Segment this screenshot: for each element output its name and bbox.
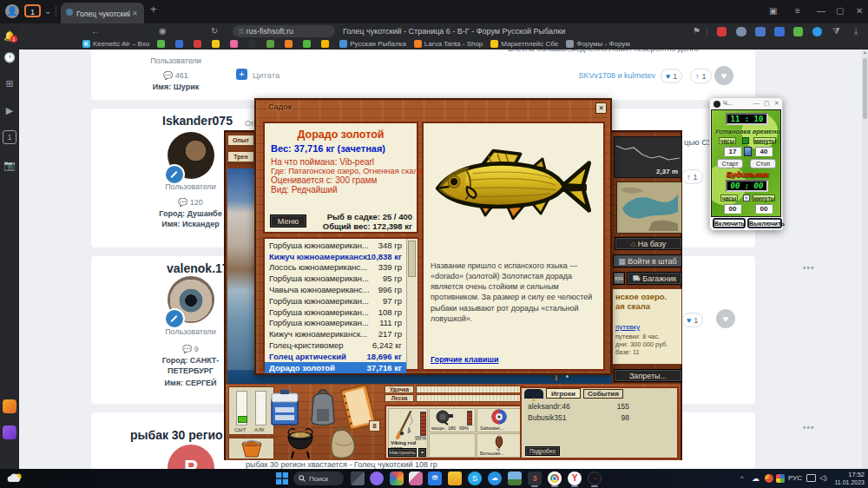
reader-icon[interactable]: ◉ — [159, 27, 167, 36]
like-badge-heart[interactable]: ♥1 — [661, 69, 682, 83]
start-button[interactable] — [276, 472, 288, 485]
fish-list-row[interactable]: Горбуша южноамерикан...108 гр — [265, 307, 406, 318]
quote-button[interactable]: Цитата — [253, 70, 279, 80]
bell-icon[interactable]: 🔔1 — [3, 29, 16, 43]
paint-app-icon[interactable] — [409, 472, 423, 485]
post-options-button[interactable]: ••• — [803, 263, 815, 273]
app-3-icon[interactable]: 3 — [528, 472, 542, 485]
menu-icon[interactable]: ≡ — [795, 7, 800, 16]
refresh-icon[interactable]: ↻ — [211, 27, 218, 36]
quote-plus-button[interactable]: + — [236, 69, 247, 80]
task-view-icon[interactable] — [351, 472, 365, 485]
download-icon[interactable]: ⤓ — [854, 27, 858, 36]
bookmark-item[interactable] — [212, 40, 222, 48]
like-badge-up[interactable]: ↑1 — [690, 69, 712, 83]
bookmark-item[interactable]: Larva Tanta - Shop — [414, 40, 483, 48]
extension-icon-cloud[interactable] — [736, 27, 746, 36]
rail-app-purple-icon[interactable] — [3, 425, 16, 439]
bookmark-item[interactable]: KKeenetic Air – Вхо — [82, 40, 149, 48]
line-slot[interactable]: Saltwater... — [477, 408, 523, 432]
details-button[interactable]: Подробно — [525, 446, 560, 456]
fish-list-scrollbar[interactable] — [406, 239, 418, 369]
fish-list-row[interactable]: Горбуша южноамерикан...111 гр — [265, 318, 406, 329]
stop-button[interactable]: Стоп — [750, 159, 776, 168]
minimap[interactable] — [616, 181, 682, 234]
game-app-icon[interactable]: ◔ — [588, 472, 602, 485]
rail-app-orange-icon[interactable] — [3, 399, 16, 413]
start-button[interactable]: Старт — [717, 159, 743, 168]
empty-slot[interactable] — [429, 433, 476, 458]
canvas-bag-icon[interactable] — [326, 424, 358, 460]
tab-counter-icon[interactable]: 1 — [3, 130, 16, 144]
tray-chevron-icon[interactable]: ^ — [740, 474, 744, 482]
url-chip[interactable]: ⚿ rus-fishsoft.ru — [233, 25, 335, 37]
trunk-button[interactable]: ⛟ Багажник — [627, 272, 682, 285]
alarm-hours-input[interactable]: 00 — [724, 204, 741, 214]
bookmark-item[interactable]: Русская Рыбалка — [339, 40, 406, 48]
bookmark-item[interactable] — [266, 40, 277, 48]
sidebar-panels-icon[interactable]: ⊞ — [3, 76, 16, 90]
cooking-pot-icon[interactable] — [285, 424, 316, 460]
active-tab[interactable]: Голец чукотский - Стра✕ — [61, 3, 144, 23]
bookmark-item[interactable] — [285, 40, 295, 48]
key-button[interactable]: юч — [613, 272, 625, 285]
tab-group-chip[interactable]: 1 — [24, 4, 41, 17]
extension-icon-circle[interactable] — [812, 27, 822, 36]
chevron-down-icon[interactable]: ⌄ — [44, 7, 51, 16]
bookmark-item[interactable] — [321, 40, 332, 48]
hotkeys-link[interactable]: Горячие клавиши — [431, 355, 498, 364]
fire-tab[interactable]: ▲ — [524, 389, 543, 399]
bookmark-item[interactable]: Форумы - Форум — [566, 40, 629, 48]
volume-icon[interactable]: ◁) — [819, 473, 827, 482]
bookmark-item[interactable]: Маркетплейс Сбе — [490, 40, 558, 48]
bookmark-item[interactable] — [303, 40, 313, 48]
new-tab-button[interactable]: + — [150, 5, 157, 14]
fish-list-row[interactable]: Лосось южноамериканс...339 гр — [265, 262, 406, 274]
window-maximize-button[interactable]: ▢ — [836, 7, 844, 16]
scroll-up-icon[interactable]: ▲ — [863, 49, 867, 55]
tab-close-icon[interactable]: ✕ — [132, 10, 138, 17]
cart-icon[interactable] — [774, 27, 785, 36]
reel-slot[interactable]: мощн.: 180 99% — [429, 408, 476, 432]
fish-list-row[interactable]: Горбуша южноамерикан...97 гр — [265, 295, 406, 307]
page-scrollbar[interactable]: ▲ — [862, 49, 868, 469]
tray-defender-icon[interactable] — [776, 474, 785, 483]
alarm-maximize-button[interactable]: ▢ — [764, 100, 770, 107]
bookmark-flag-icon[interactable]: ⚑ — [693, 27, 700, 36]
bookmark-item[interactable] — [157, 40, 168, 48]
to-base-button[interactable]: ⌂ На базу — [615, 237, 682, 250]
tab-players[interactable]: Игроки — [546, 388, 581, 399]
fish-list-row[interactable]: Горбуша южноамерикан...348 гр — [265, 240, 406, 251]
post-options-button[interactable]: ••• — [803, 423, 815, 432]
lure-slot[interactable]: Большая... — [477, 433, 523, 458]
picture-app-icon[interactable] — [508, 472, 522, 485]
extension-icon-red[interactable] — [717, 27, 727, 36]
tune-dropdown-button[interactable]: ▼ — [418, 448, 426, 457]
language-indicator[interactable]: РУС — [788, 474, 802, 482]
alarm-minimize-button[interactable]: — — [753, 100, 760, 106]
like-badge-up[interactable]: ↑1 — [681, 169, 703, 184]
fish-list-row[interactable]: Чавыча южноамериканс...996 гр — [265, 284, 406, 295]
yandex-browser-icon[interactable]: Y — [568, 472, 582, 485]
fish-list-row[interactable]: Кижуч южноамериканск...217 гр — [265, 328, 406, 340]
minutes-input[interactable]: 40 — [755, 147, 773, 156]
history-clock-icon[interactable]: 🕐 — [3, 50, 16, 64]
puzzle-icon[interactable]: ⧩ — [832, 27, 840, 36]
chat-icon[interactable] — [370, 472, 384, 485]
tune-button[interactable]: Настроить — [388, 448, 417, 457]
fish-list-scroll-thumb[interactable] — [408, 241, 416, 277]
player-row[interactable]: aleksandr:46155 — [522, 400, 677, 412]
like-heart-button[interactable]: ♥ — [716, 309, 735, 328]
extension-icon-blue[interactable] — [755, 27, 766, 36]
profile-avatar[interactable]: 👤 — [5, 4, 19, 18]
bookmark-item[interactable] — [248, 40, 259, 48]
bookmark-item[interactable] — [194, 40, 204, 48]
tab-events[interactable]: События — [583, 389, 623, 399]
explorer-folder-icon[interactable] — [448, 472, 462, 485]
ticket-link[interactable]: путевку — [615, 323, 681, 331]
fish-list-row[interactable]: Горбуша южноамерикан...95 гр — [265, 273, 406, 284]
back-icon[interactable]: ← — [91, 27, 100, 36]
alarm-on-button[interactable]: Включить — [713, 218, 746, 228]
like-badge-heart[interactable]: ♥1 — [681, 313, 703, 327]
bookmark-item[interactable] — [230, 40, 240, 48]
